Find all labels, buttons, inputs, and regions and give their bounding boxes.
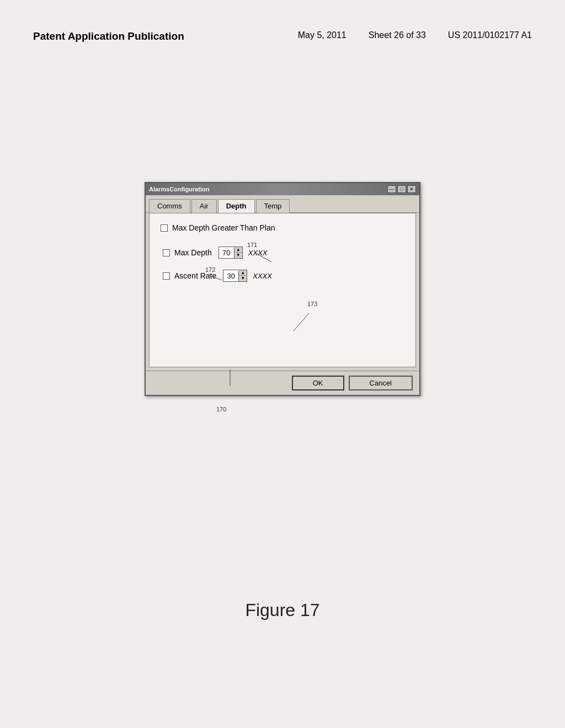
spinner-max-depth-up[interactable]: ▲: [234, 247, 242, 253]
annotation-171: 171: [247, 242, 257, 248]
page-header: Patent Application Publication May 5, 20…: [0, 30, 565, 42]
publication-title: Patent Application Publication: [33, 30, 184, 42]
dialog-footer: OK Cancel: [146, 371, 419, 395]
spinner-ascent-rate-down[interactable]: ▼: [239, 276, 247, 281]
header-info: May 5, 2011 Sheet 26 of 33 US 2011/01021…: [298, 30, 532, 40]
tab-depth[interactable]: Depth: [218, 199, 255, 213]
tab-air[interactable]: Air: [191, 199, 217, 213]
spacer-171: [161, 237, 404, 247]
label-max-depth: Max Depth: [174, 248, 212, 257]
unit-max-depth: XXXX: [248, 249, 268, 257]
spinner-ascent-rate-value[interactable]: 30: [223, 271, 239, 281]
spinner-ascent-rate: 30 ▲ ▼: [223, 270, 247, 282]
minimize-button[interactable]: —: [387, 185, 396, 193]
spinner-ascent-rate-up[interactable]: ▲: [239, 270, 247, 276]
header-sheet: Sheet 26 of 33: [369, 30, 426, 40]
spinner-max-depth: 70 ▲ ▼: [218, 247, 243, 259]
header-date: May 5, 2011: [298, 30, 347, 40]
annotation-173: 173: [307, 301, 317, 307]
input-row-ascent-rate: Ascent Rate 30 ▲ ▼ XXXX: [163, 270, 404, 282]
spinner-ascent-rate-arrows: ▲ ▼: [239, 270, 247, 281]
cancel-button[interactable]: Cancel: [349, 376, 413, 390]
title-bar-buttons: — □ ✕: [387, 185, 416, 193]
figure-caption: Figure 17: [245, 600, 319, 620]
spacer-172: [161, 262, 404, 270]
dialog-window: AlarmsConfiguration — □ ✕ Comms Air Dept…: [145, 182, 420, 396]
ok-button[interactable]: OK: [292, 376, 344, 390]
title-bar-text: AlarmsConfiguration: [149, 186, 209, 192]
annotation-170: 170: [216, 406, 226, 413]
dialog-content: Max Depth Greater Than Plan Max Depth 70…: [149, 213, 416, 367]
dialog-wrapper: AlarmsConfiguration — □ ✕ Comms Air Dept…: [145, 182, 420, 396]
tab-comms[interactable]: Comms: [149, 199, 190, 213]
spinner-max-depth-value[interactable]: 70: [219, 248, 234, 258]
spinner-max-depth-arrows: ▲ ▼: [234, 247, 242, 258]
checkbox-row-max-depth-plan: Max Depth Greater Than Plan: [161, 223, 404, 232]
dialog-with-annotations: AlarmsConfiguration — □ ✕ Comms Air Dept…: [145, 182, 420, 396]
tab-temp[interactable]: Temp: [256, 199, 290, 213]
tab-strip: Comms Air Depth Temp: [146, 195, 419, 213]
annotation-172: 172: [205, 266, 215, 273]
close-button[interactable]: ✕: [407, 185, 416, 193]
checkbox-ascent-rate[interactable]: [163, 272, 170, 280]
checkbox-label-max-depth-plan: Max Depth Greater Than Plan: [172, 223, 275, 232]
unit-ascent-rate: XXXX: [253, 272, 272, 280]
content-spacer-bottom: [161, 285, 404, 329]
title-bar: AlarmsConfiguration — □ ✕: [146, 183, 419, 195]
input-row-max-depth: Max Depth 70 ▲ ▼ XXXX: [163, 247, 404, 259]
header-patent: US 2011/0102177 A1: [448, 30, 532, 40]
checkbox-max-depth-plan[interactable]: [161, 224, 168, 232]
checkbox-max-depth[interactable]: [163, 249, 170, 256]
spinner-max-depth-down[interactable]: ▼: [234, 253, 242, 258]
maximize-button[interactable]: □: [397, 185, 406, 193]
